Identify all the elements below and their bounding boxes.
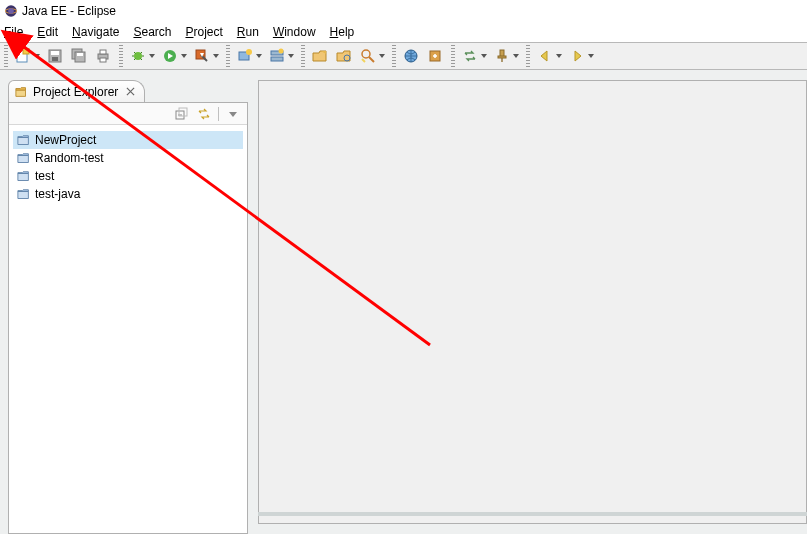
svg-point-19 (246, 49, 252, 55)
menu-search[interactable]: Search (133, 25, 171, 39)
forward-dropdown[interactable] (587, 54, 595, 58)
svg-rect-6 (51, 51, 59, 55)
menu-run[interactable]: Run (237, 25, 259, 39)
menu-file[interactable]: File (4, 25, 23, 39)
open-task-button[interactable] (333, 45, 355, 67)
tree-item[interactable]: Random-test (13, 149, 243, 167)
menu-navigate[interactable]: Navigate (72, 25, 119, 39)
svg-rect-10 (77, 53, 83, 56)
split-bar[interactable] (258, 512, 807, 516)
new-button[interactable] (12, 45, 34, 67)
toggle-dropdown[interactable] (480, 54, 488, 58)
pin-dropdown[interactable] (512, 54, 520, 58)
title-bar: Java EE - Eclipse (0, 0, 807, 22)
forward-button[interactable] (566, 45, 588, 67)
menu-project[interactable]: Project (185, 25, 222, 39)
external-dropdown[interactable] (212, 54, 220, 58)
tree-item[interactable]: test (13, 167, 243, 185)
toggle-button[interactable] (459, 45, 481, 67)
open-type-button[interactable] (309, 45, 331, 67)
project-folder-icon (17, 152, 31, 164)
newproj-dropdown[interactable] (255, 54, 263, 58)
link-editor-button[interactable] (196, 106, 212, 122)
svg-marker-31 (229, 112, 237, 117)
project-explorer-tab[interactable]: Project Explorer (8, 80, 145, 102)
project-explorer-tab-label: Project Explorer (33, 85, 118, 99)
external-tools-button[interactable] (191, 45, 213, 67)
menu-bar: File Edit Navigate Search Project Run Wi… (0, 22, 807, 42)
new-project-button[interactable] (234, 45, 256, 67)
project-explorer-panel: NewProject Random-test test test-java (8, 102, 248, 534)
search-dropdown[interactable] (378, 54, 386, 58)
editor-empty (258, 80, 807, 524)
print-button[interactable] (92, 45, 114, 67)
newserver-dropdown[interactable] (287, 54, 295, 58)
project-explorer-toolbar (9, 103, 247, 125)
workspace: Project Explorer NewProject (0, 70, 807, 534)
svg-point-2 (8, 8, 14, 14)
collapse-all-button[interactable] (174, 106, 190, 122)
menu-help[interactable]: Help (330, 25, 355, 39)
svg-rect-28 (498, 56, 506, 58)
new-dropdown[interactable] (33, 54, 41, 58)
svg-rect-4 (23, 48, 29, 54)
menu-edit[interactable]: Edit (37, 25, 58, 39)
view-menu-button[interactable] (225, 106, 241, 122)
folder-tree-icon (15, 85, 29, 99)
new-server-button[interactable] (266, 45, 288, 67)
svg-rect-21 (271, 57, 283, 61)
tree-item-label: NewProject (35, 133, 96, 147)
run-dropdown[interactable] (180, 54, 188, 58)
project-explorer-view: Project Explorer NewProject (8, 80, 248, 534)
browser-button[interactable] (400, 45, 422, 67)
svg-point-24 (362, 50, 370, 58)
tree-item-label: test-java (35, 187, 80, 201)
menu-window[interactable]: Window (273, 25, 316, 39)
save-button[interactable] (44, 45, 66, 67)
debug-dropdown[interactable] (148, 54, 156, 58)
project-folder-icon (17, 188, 31, 200)
editor-area (258, 80, 807, 534)
project-tree: NewProject Random-test test test-java (9, 125, 247, 209)
svg-rect-12 (100, 50, 106, 54)
project-folder-icon (17, 134, 31, 146)
run-button[interactable] (159, 45, 181, 67)
attach-button[interactable] (424, 45, 446, 67)
tree-item[interactable]: test-java (13, 185, 243, 203)
eclipse-logo-icon (4, 4, 18, 18)
svg-point-22 (279, 49, 284, 54)
svg-rect-13 (100, 58, 106, 62)
search-button[interactable] (357, 45, 379, 67)
separator (218, 107, 219, 121)
close-icon[interactable] (124, 86, 136, 98)
tree-item[interactable]: NewProject (13, 131, 243, 149)
tree-item-label: Random-test (35, 151, 104, 165)
back-dropdown[interactable] (555, 54, 563, 58)
debug-button[interactable] (127, 45, 149, 67)
project-folder-icon (17, 170, 31, 182)
back-button[interactable] (534, 45, 556, 67)
svg-rect-7 (52, 57, 58, 61)
main-toolbar (0, 42, 807, 70)
saveall-button[interactable] (68, 45, 90, 67)
tree-item-label: test (35, 169, 54, 183)
window-title: Java EE - Eclipse (22, 4, 116, 18)
pin-button[interactable] (491, 45, 513, 67)
